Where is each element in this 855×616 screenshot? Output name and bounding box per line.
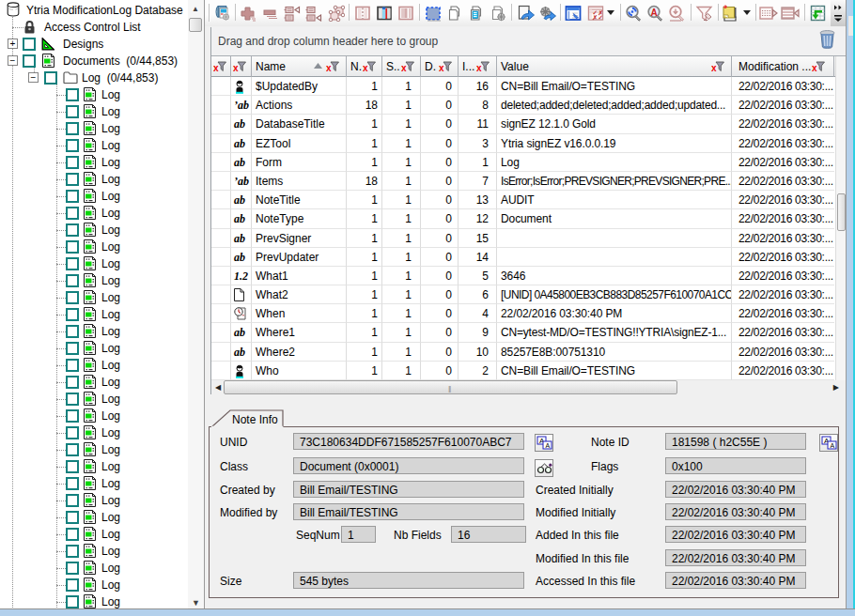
svg-text:✗: ✗ [593, 14, 598, 21]
svg-text:x: x [233, 63, 239, 72]
svg-text:A: A [545, 442, 550, 449]
svg-text:x: x [326, 63, 332, 72]
svg-text:x: x [401, 63, 407, 72]
svg-text:x: x [213, 63, 219, 72]
svg-text:x: x [476, 63, 482, 72]
svg-text:x: x [439, 63, 444, 72]
svg-text:x: x [363, 63, 368, 72]
svg-text:x: x [711, 63, 717, 72]
svg-text:x: x [812, 63, 817, 72]
svg-text:A: A [830, 442, 834, 449]
svg-text:✓: ✓ [598, 14, 603, 21]
svg-text:A: A [651, 8, 658, 18]
